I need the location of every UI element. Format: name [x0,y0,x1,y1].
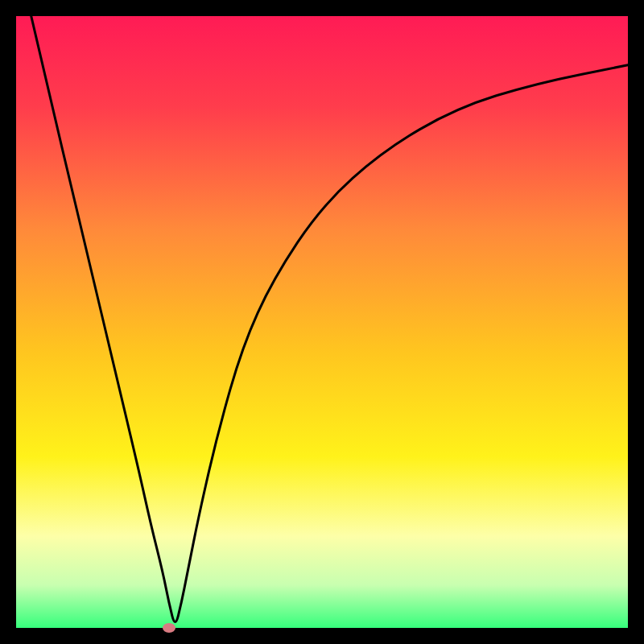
border-bottom [0,628,644,644]
border-top [0,0,644,16]
border-right [628,0,644,644]
chart-frame: TheBottleneck.com [0,0,644,644]
border-left [0,0,16,644]
plot-area [16,16,628,628]
bottleneck-curve [16,16,628,628]
optimal-point-marker [163,623,175,633]
